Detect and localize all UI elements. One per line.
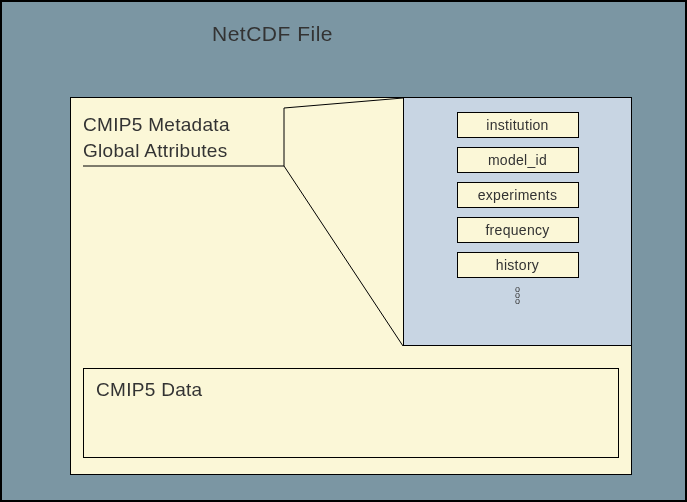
metadata-label-line2: Global Attributes [83, 140, 228, 161]
attr-history: history [457, 252, 579, 278]
attr-model-id: model_id [457, 147, 579, 173]
data-label: CMIP5 Data [96, 379, 202, 400]
metadata-label-line1: CMIP5 Metadata [83, 114, 230, 135]
attr-experiments: experiments [457, 182, 579, 208]
diagram-canvas: NetCDF File CMIP5 Metadata Global Attrib… [0, 0, 687, 502]
netcdf-file-box: CMIP5 Metadata Global Attributes institu… [70, 97, 632, 475]
attributes-panel: institution model_id experiments frequen… [403, 98, 631, 346]
ellipsis-icon: ooo [404, 287, 631, 303]
metadata-label: CMIP5 Metadata Global Attributes [83, 112, 283, 163]
attr-frequency: frequency [457, 217, 579, 243]
data-box: CMIP5 Data [83, 368, 619, 458]
file-title: NetCDF File [212, 22, 333, 46]
attr-institution: institution [457, 112, 579, 138]
svg-line-1 [284, 166, 403, 346]
svg-line-0 [284, 98, 403, 108]
